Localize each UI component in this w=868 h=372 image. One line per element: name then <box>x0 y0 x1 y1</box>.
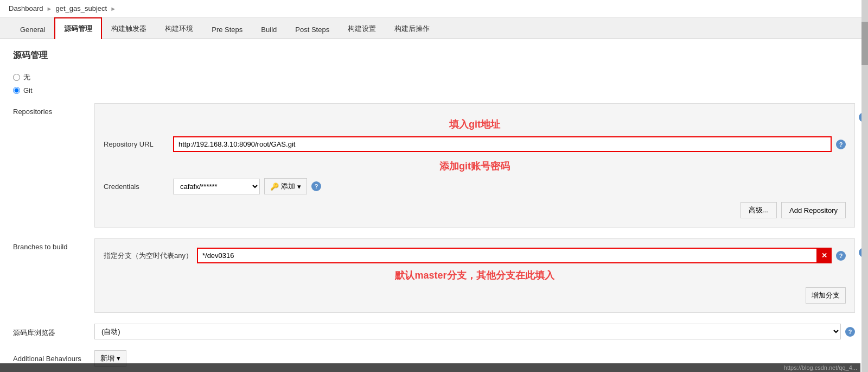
breadcrumb-project[interactable]: get_gas_subject <box>56 4 107 12</box>
tab-pre-steps[interactable]: Pre Steps <box>202 20 252 39</box>
branch-field-row: 指定分支（为空时代表any） ✕ ? <box>104 248 846 263</box>
branch-field-label: 指定分支（为空时代表any） <box>104 251 193 261</box>
repo-url-help[interactable]: ? <box>836 140 846 149</box>
additional-label: Additional Behaviours <box>13 350 94 363</box>
add-btn-label: 添加 <box>281 181 295 191</box>
radio-git-label: Git <box>23 86 33 94</box>
tab-build-trigger[interactable]: 构建触发器 <box>102 18 156 39</box>
tab-post-steps[interactable]: Post Steps <box>286 20 339 39</box>
radio-none-label: 无 <box>23 72 30 82</box>
radio-git-option[interactable]: Git <box>13 86 855 94</box>
repo-url-input[interactable] <box>173 136 832 152</box>
radio-none-option[interactable]: 无 <box>13 72 855 82</box>
branch-input[interactable] <box>197 248 832 263</box>
repositories-content: 填入git地址 Repository URL ? 添加git账号密码 Crede… <box>94 103 855 228</box>
repo-url-row: Repository URL ? <box>104 136 846 152</box>
repositories-section: Repositories 填入git地址 Repository URL ? 添加… <box>13 103 855 228</box>
branch-annotation: 默认master分支，其他分支在此填入 <box>104 269 846 282</box>
branch-delete-button[interactable]: ✕ <box>816 248 832 263</box>
credentials-help[interactable]: ? <box>311 181 321 191</box>
add-branch-button[interactable]: 增加分支 <box>806 287 846 304</box>
credentials-row: Credentials cafafx/****** 🔑 添加 ▾ ? <box>104 178 846 194</box>
repositories-label: Repositories <box>13 103 94 116</box>
branch-input-wrapper: ✕ <box>197 248 832 263</box>
source-browser-label: 源码库浏览器 <box>13 324 94 338</box>
advanced-button[interactable]: 高级... <box>741 202 777 218</box>
key-icon: 🔑 <box>270 182 279 191</box>
content-area: General 源码管理 构建触发器 构建环境 Pre Steps Build … <box>0 17 868 372</box>
tab-post-build[interactable]: 构建后操作 <box>385 18 439 39</box>
source-browser-help[interactable]: ? <box>845 327 855 337</box>
tab-source-mgmt[interactable]: 源码管理 <box>54 17 102 39</box>
branches-content: 指定分支（为空时代表any） ✕ ? 默认master分支，其他分支在此填入 增… <box>94 238 855 313</box>
breadcrumb-dashboard[interactable]: Dashboard <box>9 4 43 12</box>
radio-none[interactable] <box>13 74 20 81</box>
branch-help[interactable]: ? <box>836 251 846 261</box>
repo-action-buttons: 高级... Add Repository <box>104 202 846 218</box>
branches-label: Branches to build <box>13 238 94 251</box>
add-repository-button[interactable]: Add Repository <box>781 202 846 218</box>
page-title: 源码管理 <box>13 50 855 61</box>
breadcrumb-arrow-1: ► <box>47 5 53 12</box>
tab-build-env[interactable]: 构建环境 <box>156 18 202 39</box>
main-container: General 源码管理 构建触发器 构建环境 Pre Steps Build … <box>0 17 868 372</box>
repo-url-label: Repository URL <box>104 140 169 148</box>
branches-section: Branches to build 指定分支（为空时代表any） ✕ ? 默认m… <box>13 238 855 313</box>
radio-group: 无 Git <box>13 72 855 94</box>
credentials-select[interactable]: cafafx/****** <box>173 179 260 194</box>
tab-build[interactable]: Build <box>252 20 286 39</box>
tab-build-settings[interactable]: 构建设置 <box>339 18 385 39</box>
scrollbar[interactable] <box>861 0 868 372</box>
radio-git[interactable] <box>13 87 20 94</box>
source-browser-select[interactable]: (自动) <box>94 324 841 339</box>
breadcrumb-bar: Dashboard ► get_gas_subject ► <box>0 0 868 17</box>
add-btn-arrow: ▾ <box>297 182 301 191</box>
url-text: https://blog.csdn.net/qq_4... <box>784 364 857 371</box>
page-content: 源码管理 无 Git Repositories 填入git地址 <box>0 39 868 372</box>
annotation-credentials: 添加git账号密码 <box>104 160 846 173</box>
source-browser-section: 源码库浏览器 (自动) ? <box>13 324 855 339</box>
tabs-bar: General 源码管理 构建触发器 构建环境 Pre Steps Build … <box>0 17 868 39</box>
url-bar: https://blog.csdn.net/qq_4... <box>0 363 860 372</box>
credentials-label: Credentials <box>104 182 169 191</box>
annotation-git-address: 填入git地址 <box>104 118 846 131</box>
tab-general[interactable]: General <box>11 20 54 39</box>
scrollbar-thumb[interactable] <box>861 22 868 65</box>
credentials-add-button[interactable]: 🔑 添加 ▾ <box>264 178 307 194</box>
breadcrumb-arrow-2: ► <box>110 5 116 12</box>
